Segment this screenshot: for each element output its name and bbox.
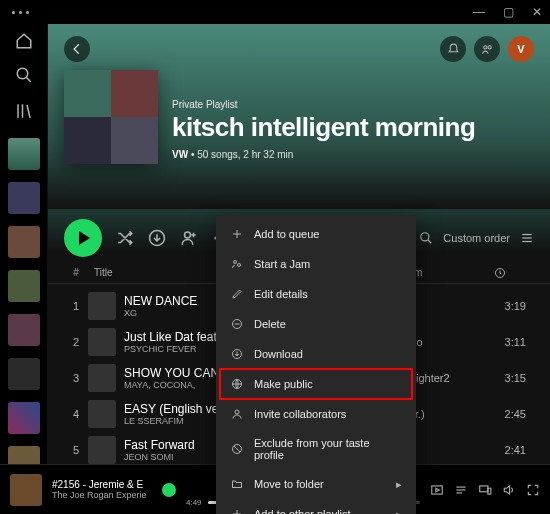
now-playing-art[interactable] (10, 474, 42, 506)
maximize-button[interactable]: ▢ (503, 5, 514, 19)
sidebar-playlist-thumb[interactable] (8, 182, 40, 214)
clock-icon (494, 267, 506, 279)
track-art (88, 328, 116, 356)
now-playing-view-icon[interactable] (430, 483, 444, 497)
context-menu-item[interactable]: Add to queue (220, 219, 412, 249)
context-menu-item[interactable]: Edit details (220, 279, 412, 309)
invite-icon[interactable] (180, 229, 198, 247)
close-button[interactable]: ✕ (532, 5, 542, 19)
context-menu-label: Invite collaborators (254, 408, 346, 420)
context-menu-item[interactable]: Move to folder▸ (220, 469, 412, 499)
minimize-button[interactable]: — (473, 5, 485, 19)
svg-line-28 (234, 446, 240, 452)
context-menu: Add to queueStart a JamEdit detailsDelet… (216, 215, 416, 514)
sidebar-playlist-thumb[interactable] (8, 314, 40, 346)
sidebar-playlist-thumb[interactable] (8, 358, 40, 390)
context-menu-item[interactable]: Start a Jam (220, 249, 412, 279)
context-menu-label: Add to other playlist (254, 508, 351, 514)
download-icon (230, 347, 244, 361)
svg-point-6 (488, 45, 491, 48)
context-menu-item[interactable]: Invite collaborators (220, 399, 412, 429)
search-icon[interactable] (13, 64, 35, 86)
download-icon[interactable] (148, 229, 166, 247)
jam-icon (230, 257, 244, 271)
svg-point-26 (235, 410, 239, 414)
volume-icon[interactable] (502, 483, 516, 497)
pencil-icon (230, 287, 244, 301)
plus-icon (230, 507, 244, 514)
context-menu-label: Start a Jam (254, 258, 310, 270)
svg-line-13 (428, 240, 432, 244)
track-art (88, 292, 116, 320)
svg-line-1 (26, 77, 31, 82)
track-duration: 3:15 (494, 372, 534, 384)
playlist-title: kitsch intelligent morning (172, 112, 475, 143)
globe-icon (230, 377, 244, 391)
elapsed-time: 4:49 (186, 498, 202, 507)
track-number: 1 (64, 300, 88, 312)
plus-icon (230, 227, 244, 241)
sidebar-playlist-thumb[interactable] (8, 226, 40, 258)
list-view-icon[interactable] (520, 231, 534, 245)
context-menu-item[interactable]: Delete (220, 309, 412, 339)
track-number: 4 (64, 408, 88, 420)
menu-dots[interactable] (12, 11, 29, 14)
shuffle-icon[interactable] (116, 229, 134, 247)
column-duration[interactable] (494, 267, 534, 279)
track-number: 2 (64, 336, 88, 348)
track-duration: 3:11 (494, 336, 534, 348)
chevron-right-icon: ▸ (396, 508, 402, 515)
back-button[interactable] (64, 36, 90, 62)
now-playing-artist[interactable]: The Joe Rogan Experie (52, 490, 152, 500)
context-menu-label: Download (254, 348, 303, 360)
library-icon[interactable] (13, 100, 35, 122)
exclude-icon (230, 442, 244, 456)
notifications-icon[interactable] (440, 36, 466, 62)
play-button[interactable] (64, 219, 102, 257)
svg-line-4 (27, 105, 30, 118)
context-menu-label: Make public (254, 378, 313, 390)
track-art (88, 400, 116, 428)
playlist-cover[interactable] (64, 70, 158, 164)
person-icon (230, 407, 244, 421)
sidebar-playlist-thumb[interactable] (8, 138, 40, 170)
home-icon[interactable] (13, 30, 35, 52)
context-menu-label: Add to queue (254, 228, 319, 240)
context-menu-label: Delete (254, 318, 286, 330)
queue-icon[interactable] (454, 483, 468, 497)
track-duration: 2:45 (494, 408, 534, 420)
playlist-meta: VW • 50 songs, 2 hr 32 min (172, 149, 475, 160)
svg-point-8 (185, 232, 191, 238)
column-number: # (64, 267, 88, 279)
track-art (88, 436, 116, 464)
sidebar-playlist-thumb[interactable] (8, 402, 40, 434)
context-menu-label: Exclude from your taste profile (254, 437, 402, 461)
context-menu-item[interactable]: Make public (220, 369, 412, 399)
window-controls: — ▢ ✕ (473, 5, 542, 19)
svg-point-5 (483, 45, 486, 48)
svg-rect-33 (432, 485, 443, 493)
friends-icon[interactable] (474, 36, 500, 62)
fullscreen-icon[interactable] (526, 483, 540, 497)
context-menu-item[interactable]: Download (220, 339, 412, 369)
context-menu-label: Edit details (254, 288, 308, 300)
search-in-playlist-icon[interactable] (419, 231, 433, 245)
sidebar-playlist-thumb[interactable] (8, 270, 40, 302)
track-duration: 2:41 (494, 444, 534, 456)
folder-icon (230, 477, 244, 491)
sort-order-label[interactable]: Custom order (443, 232, 510, 244)
now-playing-title[interactable]: #2156 - Jeremie & E (52, 479, 152, 490)
saved-check-icon[interactable] (162, 483, 176, 497)
track-number: 5 (64, 444, 88, 456)
devices-icon[interactable] (478, 483, 492, 497)
sidebar (0, 24, 48, 514)
svg-point-20 (234, 261, 237, 264)
play-icon (79, 231, 90, 245)
track-duration: 3:19 (494, 300, 534, 312)
avatar[interactable]: V (508, 36, 534, 62)
svg-rect-39 (488, 488, 491, 494)
context-menu-item[interactable]: Exclude from your taste profile (220, 429, 412, 469)
context-menu-item[interactable]: Add to other playlist▸ (220, 499, 412, 514)
svg-point-0 (17, 68, 28, 79)
track-number: 3 (64, 372, 88, 384)
